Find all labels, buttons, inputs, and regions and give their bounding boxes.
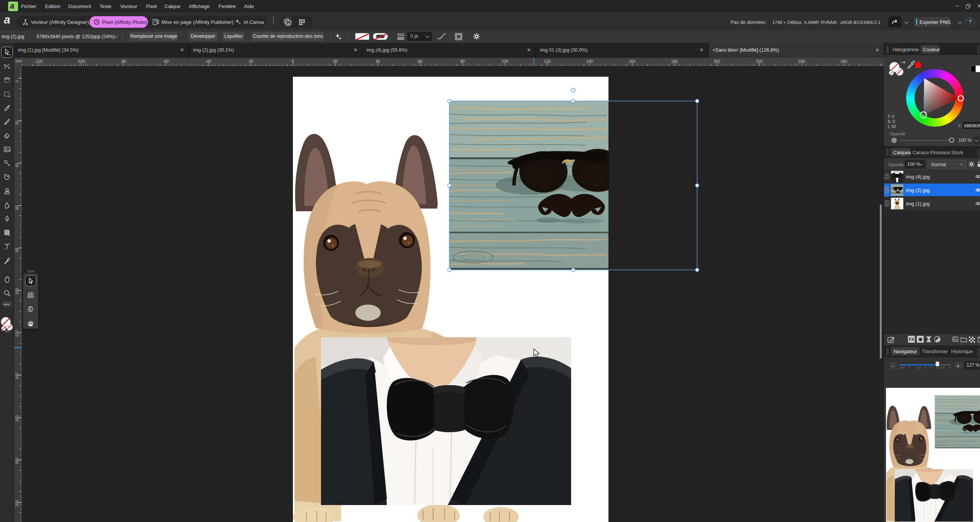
svg-text:A: A xyxy=(287,22,290,25)
